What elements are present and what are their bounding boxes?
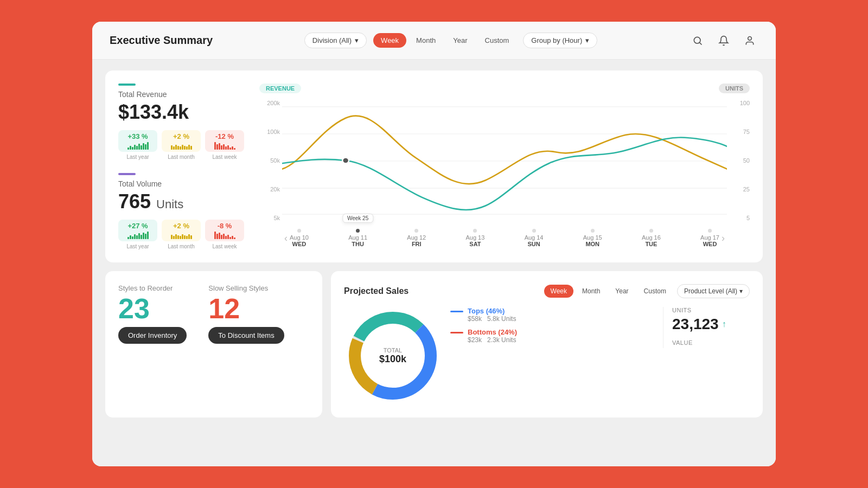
y-right-3: 25 [729,186,750,192]
dot-aug17 [708,229,712,233]
proj-btn-custom[interactable]: Custom [637,285,673,298]
y-right-4: 5 [729,215,750,221]
reorder-metric: Styles to Reorder 23 Order Inventory [118,284,187,344]
revenue-title: Total Revenue [118,90,248,99]
legend-tops-values: $58k 5.8k Units [468,315,654,323]
y-left-4: 5k [259,215,280,221]
y-right-0: 100 [729,100,750,106]
chart-next-button[interactable]: › [719,233,727,244]
chart-labels-top: REVENUE UNITS [259,84,750,93]
reorder-value: 23 [118,294,187,323]
volume-label-lastyear: Last year [118,243,157,249]
discount-items-button[interactable]: To Discount Items [208,327,284,344]
group-select[interactable]: Group by (Hour) ▾ [523,33,597,48]
svg-point-0 [694,37,700,43]
revenue-lastyear-label: +33 % [127,132,148,140]
projected-time-filters: Week Month Year Custom [544,285,673,298]
volume-title: Total Volume [118,179,248,188]
time-btn-month[interactable]: Month [409,33,443,48]
proj-btn-week[interactable]: Week [544,285,573,298]
user-button[interactable] [741,32,758,49]
volume-badge-labels: Last year Last month Last week [118,243,248,249]
revenue-label-lastmonth: Last month [162,154,201,160]
chart-prev-button[interactable]: ‹ [282,233,290,244]
group-label: Group by (Hour) [531,36,582,44]
proj-btn-year[interactable]: Year [609,285,635,298]
x-date-aug12: Aug 12 FRI [407,229,426,247]
revenue-label-lastyear: Last year [118,154,157,160]
volume-badge-lastyear: +27 % [118,220,157,241]
chevron-down-icon: ▾ [355,36,359,44]
y-left-2: 50k [259,157,280,164]
header-controls: Division (All) ▾ Week Month Year Custom … [304,33,597,48]
search-button[interactable] [689,32,706,49]
volume-value: 765 Units [118,190,248,213]
legend-tops-name: Tops (46%) [468,307,654,315]
time-filters: Week Month Year Custom [373,33,516,48]
svg-line-1 [700,42,702,44]
week-tooltip: Week 25 [342,214,373,223]
x-date-aug16: Aug 16 TUE [642,229,661,247]
y-right-2: 50 [729,157,750,164]
legend-bottoms-values: $23k 2.3k Units [468,336,654,344]
volume-label-lastmonth: Last month [162,243,201,249]
units-chart-tag: UNITS [719,84,750,93]
revenue-badge-lastyear: +33 % [118,130,157,152]
volume-lastmonth-label: +2 % [173,222,189,230]
x-date-aug15: Aug 15 MON [583,229,602,247]
revenue-chart-tag: REVENUE [259,84,301,93]
projected-legend: Tops (46%) $58k 5.8k Units Bottoms (24%)… [450,307,654,344]
legend-tops-text: Tops (46%) $58k 5.8k Units [468,307,654,323]
x-date-aug17: Aug 17 WED [700,229,719,247]
y-left-1: 100k [259,129,280,135]
proj-btn-month[interactable]: Month [576,285,607,298]
division-label: Division (All) [312,36,352,44]
page-title: Executive Summary [110,34,213,47]
y-right-1: 75 [729,129,750,135]
header-icons [689,32,758,49]
slow-metric: Slow Selling Styles 12 To Discount Items [208,284,284,344]
revenue-badges: +33 % [118,130,248,152]
division-select[interactable]: Division (All) ▾ [304,33,367,48]
volume-label-lastweek: Last week [205,243,244,249]
revenue-value: $133.4k [118,101,248,124]
legend-bottoms-name: Bottoms (24%) [468,328,654,336]
chart-svg [282,95,727,226]
projected-title: Projected Sales [344,286,409,296]
revenue-left: Total Revenue $133.4k +33 % [118,84,259,249]
notification-button[interactable] [715,32,732,49]
legend-bottoms-text: Bottoms (24%) $23k 2.3k Units [468,328,654,344]
y-left-0: 200k [259,100,280,106]
volume-badge-lastmonth: +2 % [162,220,201,241]
app-container: Executive Summary Division (All) ▾ Week … [92,22,776,466]
revenue-lastmonth-spark [171,142,192,150]
product-level-select[interactable]: Product Level (All) ▾ [677,284,750,298]
revenue-lastmonth-label: +2 % [173,132,189,140]
projected-header: Projected Sales Week Month Year Custom P… [344,284,750,298]
chart-svg-container: 200k 100k 50k 20k 5k 100 75 50 25 5 [259,95,750,226]
donut-center-value: $100k [379,354,406,365]
order-inventory-button[interactable]: Order Inventory [118,327,187,344]
legend-bottoms-line [450,332,463,333]
volume-lastweek-spark [214,232,235,239]
units-label: UNITS [672,307,750,313]
chevron-down-icon-group: ▾ [585,36,589,44]
revenue-badge-labels: Last year Last month Last week [118,154,248,160]
svg-point-2 [748,36,752,40]
chart-axis-right: 100 75 50 25 5 [727,95,750,226]
donut-chart: TOTAL $100k [344,307,442,404]
projected-body: TOTAL $100k Tops (46%) $58k 5.8k Units [344,307,750,404]
time-btn-year[interactable]: Year [445,33,475,48]
volume-lastyear-label: +27 % [127,222,148,230]
volume-bar [118,173,136,175]
time-btn-custom[interactable]: Custom [477,33,517,48]
reorder-content: Styles to Reorder 23 Order Inventory Slo… [118,284,309,344]
time-btn-week[interactable]: Week [373,33,406,48]
x-date-aug11: Week 25 Aug 11 THU [348,229,367,247]
revenue-lastweek-spark [214,142,235,150]
revenue-card: Total Revenue $133.4k +33 % [105,70,763,262]
volume-lastweek-label: -8 % [218,222,232,230]
donut-center-label: TOTAL [379,347,406,354]
donut-center: TOTAL $100k [379,347,406,365]
volume-lastmonth-spark [171,232,192,239]
